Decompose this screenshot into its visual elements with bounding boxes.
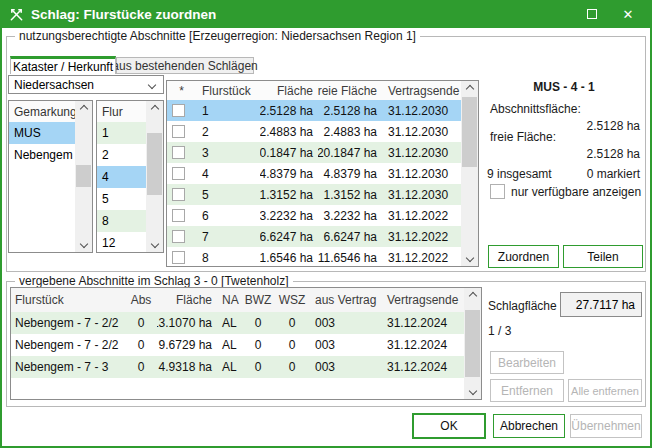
row-checkbox[interactable] xyxy=(172,251,185,264)
cell-vertragsende: 31.12.2022 xyxy=(382,247,461,267)
header-freie-flaeche[interactable]: freie Fläche xyxy=(318,81,382,100)
cell-flaeche: 4.9318 ha xyxy=(157,356,217,378)
assigned-table-row[interactable]: Nebengem - 7 - 304.9318 haAL0000331.12.2… xyxy=(11,356,481,378)
scrollbar-thumb[interactable] xyxy=(465,310,480,377)
scroll-down-icon[interactable] xyxy=(75,236,92,252)
cell-bwz: 0 xyxy=(243,334,273,356)
close-icon: ✕ xyxy=(623,7,634,22)
alle-entfernen-button[interactable]: Alle entfernen xyxy=(568,379,642,402)
freie-flaeche-label: freie Fläche: xyxy=(490,130,556,144)
parcel-table-header: * Flurstück Fläche freie Fläche Vertrags… xyxy=(167,81,478,100)
parcel-table-row[interactable]: 44.8379 ha4.8379 ha31.12.2030 xyxy=(167,163,478,184)
bearbeiten-button[interactable]: Bearbeiten xyxy=(490,351,564,374)
checkbox-cell xyxy=(167,121,196,142)
zuordnen-button[interactable]: Zuordnen xyxy=(488,245,559,268)
row-checkbox[interactable] xyxy=(172,146,185,159)
header-flaeche[interactable]: Fläche xyxy=(157,288,217,312)
schlagflaeche-value: 27.7117 ha xyxy=(560,292,642,317)
nur-verfuegbare-label[interactable]: nur verfügbare anzeigen xyxy=(511,185,641,199)
assigned-table-row[interactable]: Nebengem - 7 - 2/209.6729 haAL0000331.12… xyxy=(11,334,481,356)
scroll-down-icon[interactable] xyxy=(461,250,478,266)
scrollbar-thumb[interactable] xyxy=(147,133,162,195)
cell-vertragsende: 31.12.2030 xyxy=(382,163,461,184)
title-bar[interactable]: Schlag: Flurstücke zuordnen ✕ xyxy=(0,0,652,28)
cell-flaeche: 2.5128 ha xyxy=(260,100,318,121)
close-button[interactable]: ✕ xyxy=(608,0,648,28)
header-mark[interactable]: * xyxy=(167,81,196,100)
scrollbar-thumb[interactable] xyxy=(462,97,477,167)
row-checkbox[interactable] xyxy=(172,125,185,138)
header-aus-vertrag[interactable]: aus Vertrag xyxy=(311,288,383,312)
schlagflaeche-label: Schlagfläche xyxy=(488,299,557,313)
nur-verfuegbare-checkbox[interactable] xyxy=(490,184,505,199)
checkbox-cell xyxy=(167,184,196,205)
scroll-down-icon[interactable] xyxy=(464,383,481,399)
uebernehmen-button[interactable]: Übernehmen xyxy=(570,414,642,438)
cell-vertragsende: 31.12.2022 xyxy=(382,205,461,226)
dialog-window: Schlag: Flurstücke zuordnen ✕ nutzungsbe… xyxy=(0,0,652,448)
scroll-up-icon[interactable] xyxy=(146,101,163,117)
scroll-up-icon[interactable] xyxy=(461,81,478,97)
scroll-down-icon[interactable] xyxy=(146,236,163,252)
row-checkbox[interactable] xyxy=(172,188,185,201)
cell-flaeche: 4.8379 ha xyxy=(260,163,318,184)
assigned-table-row[interactable]: Nebengem - 7 - 2/2013.1070 haAL0000331.1… xyxy=(11,312,481,334)
row-checkbox[interactable] xyxy=(172,167,185,180)
checkbox-cell xyxy=(167,142,196,163)
cell-vertragsende: 31.12.2024 xyxy=(383,356,465,378)
maximize-button[interactable] xyxy=(572,0,612,28)
flur-scrollbar[interactable] xyxy=(146,101,163,252)
ok-button[interactable]: OK xyxy=(412,413,486,439)
count-marked: 0 markiert xyxy=(520,167,640,181)
header-vertragsende[interactable]: Vertragsende xyxy=(382,81,461,100)
scroll-up-icon[interactable] xyxy=(75,101,92,117)
row-checkbox[interactable] xyxy=(172,209,185,222)
cell-vertragsende: 31.12.2030 xyxy=(382,121,461,142)
cell-vertragsende: 31.12.2024 xyxy=(383,312,465,334)
header-vertragsende[interactable]: Vertragsende xyxy=(383,288,465,312)
cell-aus_vertrag: 003 xyxy=(311,356,383,378)
cell-flaeche: 9.6729 ha xyxy=(157,334,217,356)
scroll-up-icon[interactable] xyxy=(464,288,481,304)
assigned-table-scrollbar[interactable] xyxy=(464,288,481,399)
header-flaeche[interactable]: Fläche xyxy=(260,81,318,100)
abbrechen-button[interactable]: Abbrechen xyxy=(493,414,565,438)
parcel-table-row[interactable]: 320.1847 ha20.1847 ha31.12.2030 xyxy=(167,142,478,163)
cell-flaeche: 13.1070 ha xyxy=(157,312,217,334)
header-na[interactable]: NA xyxy=(217,288,243,312)
parcel-table: * Flurstück Fläche freie Fläche Vertrags… xyxy=(166,80,479,267)
scrollbar-thumb[interactable] xyxy=(76,165,91,187)
header-flurstueck[interactable]: Flurstück xyxy=(11,288,125,312)
cell-wsz: 0 xyxy=(273,356,311,378)
parcel-table-row[interactable]: 22.4883 ha2.4883 ha31.12.2030 xyxy=(167,121,478,142)
header-abs[interactable]: Abs xyxy=(125,288,157,312)
header-flurstueck[interactable]: Flurstück xyxy=(196,81,260,100)
teilen-button[interactable]: Teilen xyxy=(563,245,643,268)
checkbox-cell xyxy=(167,205,196,226)
parcel-table-row[interactable]: 51.3152 ha1.3152 ha31.12.2030 xyxy=(167,184,478,205)
header-bwz[interactable]: BWZ xyxy=(243,288,273,312)
cell-flaeche: 2.4883 ha xyxy=(260,121,318,142)
app-icon xyxy=(8,6,25,23)
header-wsz[interactable]: WSZ xyxy=(273,288,311,312)
gemarkung-scrollbar[interactable] xyxy=(75,101,92,252)
parcel-table-row[interactable]: 12.5128 ha2.5128 ha31.12.2030 xyxy=(167,100,478,121)
row-checkbox[interactable] xyxy=(172,230,185,243)
cell-vertragsende: 31.12.2030 xyxy=(382,100,461,121)
freie-flaeche-value: 2.5128 ha xyxy=(488,147,640,161)
cell-na: AL xyxy=(217,312,243,334)
parcel-table-row[interactable]: 811.6546 ha11.6546 ha31.12.2022 xyxy=(167,247,478,267)
cell-freie_flaeche: 2.4883 ha xyxy=(318,121,382,142)
parcel-table-row[interactable]: 76.6247 ha6.6247 ha31.12.2022 xyxy=(167,226,478,247)
parcel-table-row[interactable]: 63.2232 ha3.2232 ha31.12.2022 xyxy=(167,205,478,226)
cell-abs: 0 xyxy=(125,312,157,334)
row-checkbox[interactable] xyxy=(172,104,185,117)
tab-aus-bestehenden-schlaegen[interactable]: aus bestehenden Schlägen xyxy=(116,57,254,74)
entfernen-button[interactable]: Entfernen xyxy=(490,379,564,402)
cell-flurstueck: Nebengem - 7 - 2/2 xyxy=(11,312,125,334)
cell-bwz: 0 xyxy=(243,312,273,334)
region-dropdown[interactable]: Niedersachsen xyxy=(8,75,164,94)
parcel-table-scrollbar[interactable] xyxy=(461,81,478,266)
cell-flurstueck: 3 xyxy=(196,142,260,163)
tab-kataster-herkunft[interactable]: Kataster / Herkunft xyxy=(10,56,116,74)
